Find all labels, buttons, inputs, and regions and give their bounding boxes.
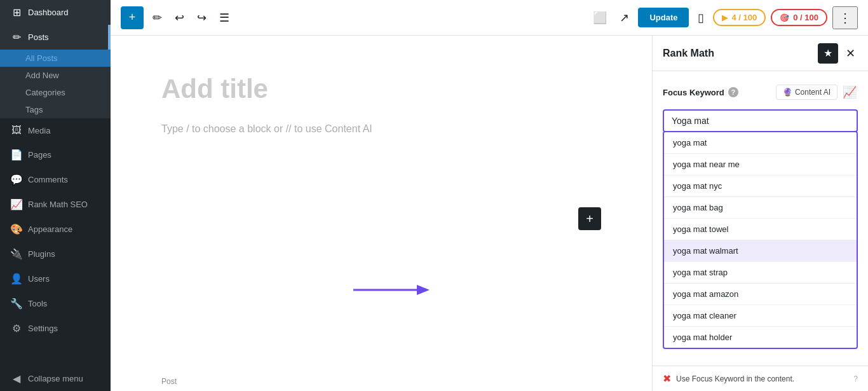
sidebar-item-rank-math-seo[interactable]: 📈 Rank Math SEO <box>0 192 111 217</box>
focus-keyword-row: Focus Keyword ? 🔮 Content AI 📈 <box>663 84 858 107</box>
content-ai-icon: 🔮 <box>783 88 792 97</box>
sidebar-item-label: Dashboard <box>28 8 69 17</box>
plugins-icon: 🔌 <box>10 248 23 260</box>
footer-error-text: Use Focus Keyword in the content. <box>676 374 794 383</box>
posts-icon: ✏ <box>10 31 23 43</box>
all-posts-label: All Posts <box>25 53 58 63</box>
plus-icon: + <box>129 11 136 24</box>
sidebar-item-media[interactable]: 🖼 Media <box>0 118 111 142</box>
sidebar-item-add-new[interactable]: Add New <box>0 67 111 84</box>
suggestion-item[interactable]: yoga mat cleaner <box>664 305 857 327</box>
editor-title[interactable]: Add title <box>161 74 601 104</box>
arrow-indicator <box>353 277 430 305</box>
suggestions-dropdown: yoga matyoga mat near meyoga mat nycyoga… <box>663 131 858 349</box>
sidebar-item-categories[interactable]: Categories <box>0 84 111 101</box>
add-new-label: Add New <box>25 71 59 80</box>
sidebar: ⊞ Dashboard ✏ Posts All Posts Add New Ca… <box>0 0 111 391</box>
edit-mode-button[interactable]: ✏ <box>149 7 166 29</box>
sidebar-item-collapse[interactable]: ◀ Collapse menu <box>0 366 111 391</box>
suggestion-item[interactable]: yoga mat bag <box>664 197 857 219</box>
suggestion-item[interactable]: yoga mat strap <box>664 262 857 284</box>
sidebar-item-appearance[interactable]: 🎨 Appearance <box>0 217 111 242</box>
svg-marker-1 <box>417 285 430 295</box>
redo-button[interactable]: ↪ <box>193 7 210 29</box>
panel-header-actions: ★ ✕ <box>818 43 858 64</box>
sidebar-item-tools[interactable]: 🔧 Tools <box>0 291 111 316</box>
rank-math-panel: Rank Math ★ ✕ Focus Keyword ? 🔮 Content <box>652 36 868 391</box>
sidebar-item-plugins[interactable]: 🔌 Plugins <box>0 242 111 266</box>
plus-icon: + <box>586 212 593 226</box>
tools-icon: 🔧 <box>10 298 23 310</box>
suggestion-item[interactable]: yoga mat walmart <box>664 240 857 262</box>
sidebar-item-label: Plugins <box>28 249 55 259</box>
more-options-button[interactable]: ⋮ <box>832 6 858 29</box>
suggestion-item[interactable]: yoga mat towel <box>664 219 857 240</box>
panel-header: Rank Math ★ ✕ <box>653 36 868 71</box>
update-button[interactable]: Update <box>638 8 689 27</box>
sidebar-item-users[interactable]: 👤 Users <box>0 266 111 291</box>
editor-area: Add title Type / to choose a block or //… <box>111 36 868 391</box>
sidebar-submenu-posts: All Posts Add New Categories Tags <box>0 50 111 118</box>
suggestion-item[interactable]: yoga mat nyc <box>664 175 857 197</box>
undo-button[interactable]: ↩ <box>171 7 188 29</box>
content-ai-button[interactable]: 🔮 Content AI <box>776 85 837 100</box>
readability-score-value: 0 / 100 <box>793 13 818 22</box>
readability-score-badge[interactable]: 🎯 0 / 100 <box>771 9 827 26</box>
sidebar-item-label: Posts <box>28 32 49 42</box>
suggestion-item[interactable]: yoga mat <box>664 132 857 154</box>
suggestion-item[interactable]: yoga mat amazon <box>664 284 857 305</box>
list-view-button[interactable]: ☰ <box>215 7 233 29</box>
sidebar-item-posts[interactable]: ✏ Posts <box>0 25 111 50</box>
sidebar-item-dashboard[interactable]: ⊞ Dashboard <box>0 0 111 25</box>
suggestion-item[interactable]: yoga mat holder <box>664 327 857 348</box>
preview-external-button[interactable]: ↗ <box>616 7 633 29</box>
sidebar-item-all-posts[interactable]: All Posts <box>0 50 111 67</box>
star-button[interactable]: ★ <box>818 43 838 64</box>
sidebar-item-label: Media <box>28 126 50 135</box>
main-area: + ✏ ↩ ↪ ☰ ⬜ ↗ Update ▯ <box>111 0 868 391</box>
sidebar-item-label: Tools <box>28 299 47 308</box>
pages-icon: 📄 <box>10 149 23 161</box>
sidebar-item-label: Appearance <box>28 224 72 234</box>
suggestion-item[interactable]: yoga mat near me <box>664 154 857 175</box>
collapse-icon: ◀ <box>10 373 23 385</box>
rank-math-icon: 📈 <box>10 198 23 210</box>
trend-icon: 📈 <box>843 86 857 99</box>
toolbar-right: ⬜ ↗ Update ▯ ▶ 4 / 100 🎯 0 / 100 ⋮ <box>589 6 858 29</box>
sidebar-item-comments[interactable]: 💬 Comments <box>0 167 111 192</box>
sidebar-item-settings[interactable]: ⚙ Settings <box>0 316 111 341</box>
editor-content[interactable]: Add title Type / to choose a block or //… <box>111 36 652 391</box>
help-icon[interactable]: ? <box>728 87 738 97</box>
media-icon: 🖼 <box>10 125 23 136</box>
focus-keyword-input[interactable] <box>663 109 858 132</box>
dashboard-icon: ⊞ <box>10 6 23 18</box>
sidebar-item-label: Users <box>28 274 50 284</box>
sidebar-item-tags[interactable]: Tags <box>0 101 111 118</box>
categories-label: Categories <box>25 88 65 97</box>
close-panel-button[interactable]: ✕ <box>843 44 858 63</box>
seo-score-badge[interactable]: ▶ 4 / 100 <box>713 9 766 26</box>
external-link-icon: ↗ <box>620 11 629 25</box>
comments-icon: 💬 <box>10 174 23 186</box>
undo-icon: ↩ <box>175 11 184 25</box>
toolbar: + ✏ ↩ ↪ ☰ ⬜ ↗ Update ▯ <box>111 0 868 36</box>
tags-label: Tags <box>25 105 43 114</box>
preview-mobile-button[interactable]: ⬜ <box>589 7 611 29</box>
trend-button[interactable]: 📈 <box>841 84 858 100</box>
sidebar-item-label: Collapse menu <box>28 374 83 383</box>
sidebar-item-pages[interactable]: 📄 Pages <box>0 142 111 167</box>
layout-toggle-button[interactable]: ▯ <box>694 7 708 29</box>
add-block-button[interactable]: + <box>121 6 144 29</box>
mobile-icon: ⬜ <box>593 11 607 25</box>
list-icon: ☰ <box>219 11 229 25</box>
add-block-floating-button[interactable]: + <box>578 207 601 230</box>
sidebar-item-label: Settings <box>28 324 58 333</box>
sidebar-item-label: Comments <box>28 175 68 184</box>
focus-keyword-label: Focus Keyword ? <box>663 87 738 97</box>
target-icon: 🎯 <box>780 13 789 22</box>
users-icon: 👤 <box>10 273 23 285</box>
editor-placeholder: Type / to choose a block or // to use Co… <box>161 123 601 135</box>
footer-help-icon[interactable]: ? <box>853 374 858 383</box>
arrow-up-icon: ▶ <box>722 13 728 22</box>
redo-icon: ↪ <box>197 11 207 25</box>
